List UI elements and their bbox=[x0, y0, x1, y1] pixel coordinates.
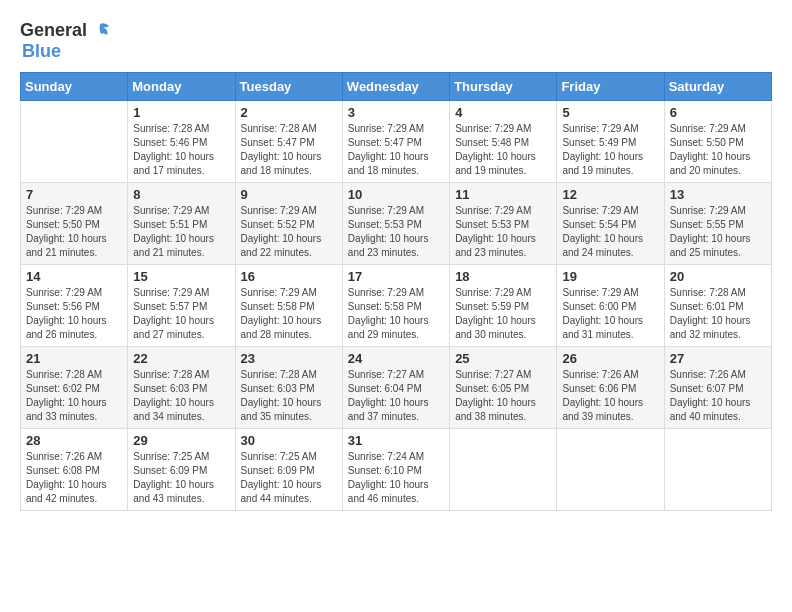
calendar-cell: 25 Sunrise: 7:27 AM Sunset: 6:05 PM Dayl… bbox=[450, 346, 557, 428]
sunset-text: Sunset: 5:58 PM bbox=[348, 301, 422, 312]
logo-bird-icon bbox=[89, 20, 111, 42]
calendar-cell: 13 Sunrise: 7:29 AM Sunset: 5:55 PM Dayl… bbox=[664, 182, 771, 264]
calendar-cell: 21 Sunrise: 7:28 AM Sunset: 6:02 PM Dayl… bbox=[21, 346, 128, 428]
day-number: 23 bbox=[241, 351, 337, 366]
day-number: 6 bbox=[670, 105, 766, 120]
sunrise-text: Sunrise: 7:27 AM bbox=[455, 369, 531, 380]
cell-info: Sunrise: 7:29 AM Sunset: 5:57 PM Dayligh… bbox=[133, 286, 229, 342]
sunrise-text: Sunrise: 7:28 AM bbox=[241, 123, 317, 134]
calendar-cell: 24 Sunrise: 7:27 AM Sunset: 6:04 PM Dayl… bbox=[342, 346, 449, 428]
sunrise-text: Sunrise: 7:29 AM bbox=[670, 205, 746, 216]
daylight-text: Daylight: 10 hours and 38 minutes. bbox=[455, 397, 536, 422]
calendar-cell: 31 Sunrise: 7:24 AM Sunset: 6:10 PM Dayl… bbox=[342, 428, 449, 510]
daylight-text: Daylight: 10 hours and 40 minutes. bbox=[670, 397, 751, 422]
sunrise-text: Sunrise: 7:29 AM bbox=[133, 287, 209, 298]
sunset-text: Sunset: 6:03 PM bbox=[241, 383, 315, 394]
calendar-cell: 10 Sunrise: 7:29 AM Sunset: 5:53 PM Dayl… bbox=[342, 182, 449, 264]
logo-general-text: General bbox=[20, 21, 87, 41]
sunrise-text: Sunrise: 7:27 AM bbox=[348, 369, 424, 380]
calendar-cell bbox=[21, 100, 128, 182]
daylight-text: Daylight: 10 hours and 39 minutes. bbox=[562, 397, 643, 422]
sunrise-text: Sunrise: 7:29 AM bbox=[455, 205, 531, 216]
cell-info: Sunrise: 7:25 AM Sunset: 6:09 PM Dayligh… bbox=[133, 450, 229, 506]
calendar-cell: 30 Sunrise: 7:25 AM Sunset: 6:09 PM Dayl… bbox=[235, 428, 342, 510]
sunrise-text: Sunrise: 7:28 AM bbox=[133, 369, 209, 380]
sunset-text: Sunset: 6:00 PM bbox=[562, 301, 636, 312]
daylight-text: Daylight: 10 hours and 46 minutes. bbox=[348, 479, 429, 504]
daylight-text: Daylight: 10 hours and 31 minutes. bbox=[562, 315, 643, 340]
daylight-text: Daylight: 10 hours and 24 minutes. bbox=[562, 233, 643, 258]
logo: General Blue bbox=[20, 20, 111, 62]
cell-info: Sunrise: 7:29 AM Sunset: 5:58 PM Dayligh… bbox=[348, 286, 444, 342]
sunset-text: Sunset: 5:47 PM bbox=[348, 137, 422, 148]
calendar-table: SundayMondayTuesdayWednesdayThursdayFrid… bbox=[20, 72, 772, 511]
cell-info: Sunrise: 7:29 AM Sunset: 5:49 PM Dayligh… bbox=[562, 122, 658, 178]
day-number: 25 bbox=[455, 351, 551, 366]
daylight-text: Daylight: 10 hours and 34 minutes. bbox=[133, 397, 214, 422]
sunset-text: Sunset: 6:05 PM bbox=[455, 383, 529, 394]
calendar-cell: 14 Sunrise: 7:29 AM Sunset: 5:56 PM Dayl… bbox=[21, 264, 128, 346]
daylight-text: Daylight: 10 hours and 33 minutes. bbox=[26, 397, 107, 422]
cell-info: Sunrise: 7:29 AM Sunset: 5:48 PM Dayligh… bbox=[455, 122, 551, 178]
cell-info: Sunrise: 7:29 AM Sunset: 5:59 PM Dayligh… bbox=[455, 286, 551, 342]
calendar-cell: 23 Sunrise: 7:28 AM Sunset: 6:03 PM Dayl… bbox=[235, 346, 342, 428]
calendar-cell bbox=[557, 428, 664, 510]
cell-info: Sunrise: 7:26 AM Sunset: 6:08 PM Dayligh… bbox=[26, 450, 122, 506]
cell-info: Sunrise: 7:29 AM Sunset: 5:51 PM Dayligh… bbox=[133, 204, 229, 260]
calendar-cell: 9 Sunrise: 7:29 AM Sunset: 5:52 PM Dayli… bbox=[235, 182, 342, 264]
daylight-text: Daylight: 10 hours and 21 minutes. bbox=[133, 233, 214, 258]
day-number: 27 bbox=[670, 351, 766, 366]
daylight-text: Daylight: 10 hours and 29 minutes. bbox=[348, 315, 429, 340]
cell-info: Sunrise: 7:26 AM Sunset: 6:06 PM Dayligh… bbox=[562, 368, 658, 424]
daylight-text: Daylight: 10 hours and 23 minutes. bbox=[348, 233, 429, 258]
sunrise-text: Sunrise: 7:29 AM bbox=[348, 287, 424, 298]
sunset-text: Sunset: 6:02 PM bbox=[26, 383, 100, 394]
daylight-text: Daylight: 10 hours and 18 minutes. bbox=[348, 151, 429, 176]
day-number: 14 bbox=[26, 269, 122, 284]
cell-info: Sunrise: 7:29 AM Sunset: 5:47 PM Dayligh… bbox=[348, 122, 444, 178]
logo-container: General Blue bbox=[20, 20, 111, 62]
cell-info: Sunrise: 7:28 AM Sunset: 5:47 PM Dayligh… bbox=[241, 122, 337, 178]
sunrise-text: Sunrise: 7:26 AM bbox=[670, 369, 746, 380]
calendar-cell: 5 Sunrise: 7:29 AM Sunset: 5:49 PM Dayli… bbox=[557, 100, 664, 182]
daylight-text: Daylight: 10 hours and 19 minutes. bbox=[562, 151, 643, 176]
day-number: 11 bbox=[455, 187, 551, 202]
sunset-text: Sunset: 6:04 PM bbox=[348, 383, 422, 394]
sunset-text: Sunset: 5:56 PM bbox=[26, 301, 100, 312]
cell-info: Sunrise: 7:29 AM Sunset: 6:00 PM Dayligh… bbox=[562, 286, 658, 342]
daylight-text: Daylight: 10 hours and 30 minutes. bbox=[455, 315, 536, 340]
day-number: 13 bbox=[670, 187, 766, 202]
sunrise-text: Sunrise: 7:24 AM bbox=[348, 451, 424, 462]
sunrise-text: Sunrise: 7:28 AM bbox=[133, 123, 209, 134]
calendar-cell: 19 Sunrise: 7:29 AM Sunset: 6:00 PM Dayl… bbox=[557, 264, 664, 346]
calendar-cell: 29 Sunrise: 7:25 AM Sunset: 6:09 PM Dayl… bbox=[128, 428, 235, 510]
calendar-cell: 6 Sunrise: 7:29 AM Sunset: 5:50 PM Dayli… bbox=[664, 100, 771, 182]
daylight-text: Daylight: 10 hours and 20 minutes. bbox=[670, 151, 751, 176]
sunset-text: Sunset: 5:51 PM bbox=[133, 219, 207, 230]
sunrise-text: Sunrise: 7:29 AM bbox=[562, 287, 638, 298]
weekday-header-tuesday: Tuesday bbox=[235, 72, 342, 100]
sunrise-text: Sunrise: 7:26 AM bbox=[562, 369, 638, 380]
cell-info: Sunrise: 7:26 AM Sunset: 6:07 PM Dayligh… bbox=[670, 368, 766, 424]
day-number: 2 bbox=[241, 105, 337, 120]
logo-blue-text: Blue bbox=[22, 42, 111, 62]
cell-info: Sunrise: 7:29 AM Sunset: 5:50 PM Dayligh… bbox=[26, 204, 122, 260]
calendar-week-row: 21 Sunrise: 7:28 AM Sunset: 6:02 PM Dayl… bbox=[21, 346, 772, 428]
sunset-text: Sunset: 5:48 PM bbox=[455, 137, 529, 148]
weekday-header-thursday: Thursday bbox=[450, 72, 557, 100]
calendar-week-row: 7 Sunrise: 7:29 AM Sunset: 5:50 PM Dayli… bbox=[21, 182, 772, 264]
calendar-cell: 26 Sunrise: 7:26 AM Sunset: 6:06 PM Dayl… bbox=[557, 346, 664, 428]
sunrise-text: Sunrise: 7:28 AM bbox=[26, 369, 102, 380]
cell-info: Sunrise: 7:27 AM Sunset: 6:05 PM Dayligh… bbox=[455, 368, 551, 424]
calendar-cell: 16 Sunrise: 7:29 AM Sunset: 5:58 PM Dayl… bbox=[235, 264, 342, 346]
sunset-text: Sunset: 5:50 PM bbox=[26, 219, 100, 230]
cell-info: Sunrise: 7:28 AM Sunset: 6:03 PM Dayligh… bbox=[133, 368, 229, 424]
sunset-text: Sunset: 5:53 PM bbox=[348, 219, 422, 230]
calendar-cell: 11 Sunrise: 7:29 AM Sunset: 5:53 PM Dayl… bbox=[450, 182, 557, 264]
cell-info: Sunrise: 7:29 AM Sunset: 5:56 PM Dayligh… bbox=[26, 286, 122, 342]
day-number: 30 bbox=[241, 433, 337, 448]
cell-info: Sunrise: 7:29 AM Sunset: 5:50 PM Dayligh… bbox=[670, 122, 766, 178]
day-number: 29 bbox=[133, 433, 229, 448]
sunset-text: Sunset: 6:07 PM bbox=[670, 383, 744, 394]
sunrise-text: Sunrise: 7:29 AM bbox=[241, 205, 317, 216]
